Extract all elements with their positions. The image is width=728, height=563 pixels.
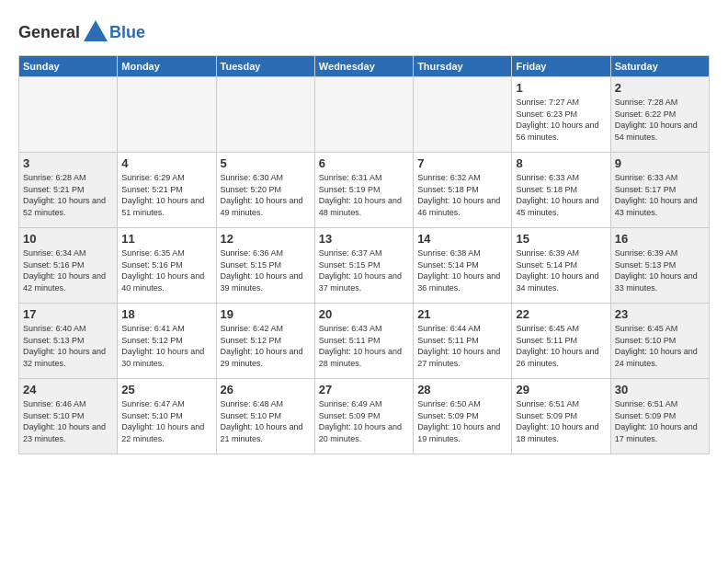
day-info: Sunrise: 7:27 AMSunset: 6:23 PMDaylight:… <box>516 97 606 143</box>
day-info: Sunrise: 6:49 AMSunset: 5:09 PMDaylight:… <box>319 398 409 444</box>
day-of-week-wednesday: Wednesday <box>314 56 413 77</box>
day-number: 16 <box>615 232 705 246</box>
calendar-week-3: 10Sunrise: 6:34 AMSunset: 5:16 PMDayligh… <box>19 228 710 304</box>
day-number: 6 <box>319 156 409 170</box>
calendar-cell: 23Sunrise: 6:45 AMSunset: 5:10 PMDayligh… <box>610 304 709 379</box>
day-info: Sunrise: 6:39 AMSunset: 5:13 PMDaylight:… <box>615 247 705 293</box>
logo-icon <box>82 18 109 46</box>
calendar-week-5: 24Sunrise: 6:46 AMSunset: 5:10 PMDayligh… <box>19 379 710 454</box>
day-number: 14 <box>417 232 507 246</box>
calendar-cell: 24Sunrise: 6:46 AMSunset: 5:10 PMDayligh… <box>19 379 118 454</box>
calendar-cell <box>118 77 216 153</box>
calendar-cell: 4Sunrise: 6:29 AMSunset: 5:21 PMDaylight… <box>118 153 216 228</box>
day-info: Sunrise: 6:31 AMSunset: 5:19 PMDaylight:… <box>319 172 409 218</box>
day-number: 12 <box>221 232 311 246</box>
calendar-cell: 22Sunrise: 6:45 AMSunset: 5:11 PMDayligh… <box>512 304 610 379</box>
calendar-cell: 8Sunrise: 6:33 AMSunset: 5:18 PMDaylight… <box>512 153 610 228</box>
day-info: Sunrise: 6:34 AMSunset: 5:16 PMDaylight:… <box>23 247 113 293</box>
day-number: 21 <box>417 307 507 321</box>
logo-general-text: General <box>18 23 80 42</box>
day-number: 25 <box>121 383 211 396</box>
day-info: Sunrise: 6:43 AMSunset: 5:11 PMDaylight:… <box>319 323 409 369</box>
day-info: Sunrise: 6:39 AMSunset: 5:14 PMDaylight:… <box>516 247 606 293</box>
calendar-week-2: 3Sunrise: 6:28 AMSunset: 5:21 PMDaylight… <box>19 153 710 228</box>
day-number: 7 <box>417 156 507 170</box>
calendar-cell: 27Sunrise: 6:49 AMSunset: 5:09 PMDayligh… <box>314 379 413 454</box>
calendar-cell: 2Sunrise: 7:28 AMSunset: 6:22 PMDaylight… <box>610 77 709 153</box>
day-info: Sunrise: 6:46 AMSunset: 5:10 PMDaylight:… <box>23 398 113 444</box>
day-info: Sunrise: 6:42 AMSunset: 5:12 PMDaylight:… <box>221 323 311 369</box>
calendar-cell: 17Sunrise: 6:40 AMSunset: 5:13 PMDayligh… <box>19 304 118 379</box>
calendar-cell: 28Sunrise: 6:50 AMSunset: 5:09 PMDayligh… <box>414 379 512 454</box>
day-info: Sunrise: 6:45 AMSunset: 5:10 PMDaylight:… <box>615 323 705 369</box>
day-number: 30 <box>615 383 705 396</box>
calendar-cell: 6Sunrise: 6:31 AMSunset: 5:19 PMDaylight… <box>314 153 413 228</box>
calendar-cell: 11Sunrise: 6:35 AMSunset: 5:16 PMDayligh… <box>118 228 216 304</box>
day-info: Sunrise: 6:40 AMSunset: 5:13 PMDaylight:… <box>23 323 113 369</box>
calendar-cell: 7Sunrise: 6:32 AMSunset: 5:18 PMDaylight… <box>414 153 512 228</box>
logo: General Blue <box>18 18 145 46</box>
calendar-cell <box>314 77 413 153</box>
day-of-week-friday: Friday <box>512 56 610 77</box>
day-info: Sunrise: 6:44 AMSunset: 5:11 PMDaylight:… <box>417 323 507 369</box>
day-of-week-tuesday: Tuesday <box>216 56 314 77</box>
day-number: 19 <box>221 307 311 321</box>
calendar-cell: 5Sunrise: 6:30 AMSunset: 5:20 PMDaylight… <box>216 153 314 228</box>
calendar-cell: 15Sunrise: 6:39 AMSunset: 5:14 PMDayligh… <box>512 228 610 304</box>
day-info: Sunrise: 6:33 AMSunset: 5:18 PMDaylight:… <box>516 172 606 218</box>
calendar-cell: 30Sunrise: 6:51 AMSunset: 5:09 PMDayligh… <box>610 379 709 454</box>
day-number: 1 <box>516 81 606 95</box>
day-of-week-thursday: Thursday <box>414 56 512 77</box>
day-info: Sunrise: 6:51 AMSunset: 5:09 PMDaylight:… <box>615 398 705 444</box>
day-number: 27 <box>319 383 409 396</box>
calendar-cell: 16Sunrise: 6:39 AMSunset: 5:13 PMDayligh… <box>610 228 709 304</box>
calendar-cell: 13Sunrise: 6:37 AMSunset: 5:15 PMDayligh… <box>314 228 413 304</box>
day-info: Sunrise: 7:28 AMSunset: 6:22 PMDaylight:… <box>615 97 705 143</box>
day-info: Sunrise: 6:33 AMSunset: 5:17 PMDaylight:… <box>615 172 705 218</box>
day-of-week-monday: Monday <box>118 56 216 77</box>
calendar-cell: 19Sunrise: 6:42 AMSunset: 5:12 PMDayligh… <box>216 304 314 379</box>
calendar-cell: 14Sunrise: 6:38 AMSunset: 5:14 PMDayligh… <box>414 228 512 304</box>
calendar-cell: 1Sunrise: 7:27 AMSunset: 6:23 PMDaylight… <box>512 77 610 153</box>
day-info: Sunrise: 6:45 AMSunset: 5:11 PMDaylight:… <box>516 323 606 369</box>
day-number: 4 <box>121 156 211 170</box>
day-number: 22 <box>516 307 606 321</box>
day-info: Sunrise: 6:28 AMSunset: 5:21 PMDaylight:… <box>23 172 113 218</box>
day-info: Sunrise: 6:47 AMSunset: 5:10 PMDaylight:… <box>121 398 211 444</box>
day-number: 23 <box>615 307 705 321</box>
calendar-week-1: 1Sunrise: 7:27 AMSunset: 6:23 PMDaylight… <box>19 77 710 153</box>
calendar-cell: 12Sunrise: 6:36 AMSunset: 5:15 PMDayligh… <box>216 228 314 304</box>
page-header: General Blue <box>18 18 710 46</box>
day-of-week-saturday: Saturday <box>610 56 709 77</box>
day-number: 28 <box>417 383 507 396</box>
day-number: 15 <box>516 232 606 246</box>
day-number: 24 <box>23 383 113 396</box>
calendar-cell: 9Sunrise: 6:33 AMSunset: 5:17 PMDaylight… <box>610 153 709 228</box>
day-info: Sunrise: 6:41 AMSunset: 5:12 PMDaylight:… <box>121 323 211 369</box>
day-number: 17 <box>23 307 113 321</box>
day-number: 26 <box>221 383 311 396</box>
day-info: Sunrise: 6:36 AMSunset: 5:15 PMDaylight:… <box>221 247 311 293</box>
day-info: Sunrise: 6:51 AMSunset: 5:09 PMDaylight:… <box>516 398 606 444</box>
calendar-table: SundayMondayTuesdayWednesdayThursdayFrid… <box>18 55 710 454</box>
day-number: 5 <box>221 156 311 170</box>
day-number: 29 <box>516 383 606 396</box>
calendar-cell <box>216 77 314 153</box>
day-info: Sunrise: 6:29 AMSunset: 5:21 PMDaylight:… <box>121 172 211 218</box>
svg-marker-0 <box>84 20 108 41</box>
day-info: Sunrise: 6:48 AMSunset: 5:10 PMDaylight:… <box>221 398 311 444</box>
day-number: 2 <box>615 81 705 95</box>
day-number: 18 <box>121 307 211 321</box>
day-info: Sunrise: 6:38 AMSunset: 5:14 PMDaylight:… <box>417 247 507 293</box>
calendar-cell: 21Sunrise: 6:44 AMSunset: 5:11 PMDayligh… <box>414 304 512 379</box>
calendar-cell: 10Sunrise: 6:34 AMSunset: 5:16 PMDayligh… <box>19 228 118 304</box>
calendar-cell <box>19 77 118 153</box>
logo-blue-text: Blue <box>109 23 145 42</box>
day-info: Sunrise: 6:30 AMSunset: 5:20 PMDaylight:… <box>221 172 311 218</box>
calendar-cell: 20Sunrise: 6:43 AMSunset: 5:11 PMDayligh… <box>314 304 413 379</box>
day-info: Sunrise: 6:32 AMSunset: 5:18 PMDaylight:… <box>417 172 507 218</box>
day-number: 3 <box>23 156 113 170</box>
calendar-week-4: 17Sunrise: 6:40 AMSunset: 5:13 PMDayligh… <box>19 304 710 379</box>
day-of-week-sunday: Sunday <box>19 56 118 77</box>
day-info: Sunrise: 6:50 AMSunset: 5:09 PMDaylight:… <box>417 398 507 444</box>
